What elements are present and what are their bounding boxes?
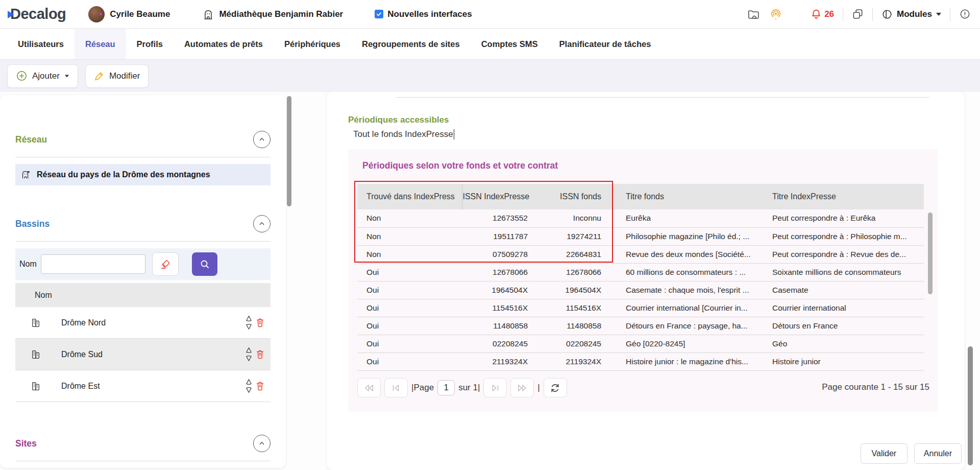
pagination-status: Page courante 1 - 15 sur 15 [822,382,929,392]
modules-label: Modules [897,9,932,19]
table-row[interactable]: Oui 02208245 02208245 Géo [0220-8245] Gé… [357,335,924,353]
sidebar-scrollbar-thumb[interactable] [287,96,291,206]
move-down-button[interactable] [245,355,253,362]
trash-icon [256,381,264,391]
table-row[interactable]: Non 12673552 Inconnu Eurêka Peut corresp… [357,209,924,227]
cell-titre-fonds: Eurêka [612,209,763,227]
collapse-reseau-button[interactable] [253,131,271,148]
notifications-count: 26 [824,9,834,19]
cell-titre-fonds: Histoire junior : le magazine d'his... [612,353,763,370]
table-row[interactable]: Non 07509278 22664831 Revue des deux mon… [357,245,924,263]
network-item[interactable]: Réseau du pays de la Drôme des montagnes [15,164,271,185]
pagination-bar: |Page sur 1| | [357,378,567,397]
app-logo: Decalog [7,6,66,22]
overlapping-windows-icon[interactable] [852,8,864,20]
table-header-row: Trouvé dans IndexPress ISSN IndexPresse … [357,184,924,209]
bassins-clear-button[interactable] [152,252,179,276]
user-chip[interactable]: Cyrile Beaume [88,6,170,22]
first-page-button[interactable] [357,378,381,397]
collapse-sites-button[interactable] [253,435,271,452]
move-up-button[interactable] [245,347,253,354]
table-row[interactable]: Oui 12678066 12678066 60 millions de con… [357,263,924,281]
column-header-issn-fonds[interactable]: ISSN fonds [531,184,612,209]
cell-titre-indexpresse: Peut correspondre à : Philosophie m... [763,227,924,245]
cell-titre-fonds: Revue des deux mondes [Société... [612,245,763,263]
avatar [88,6,105,22]
modify-button[interactable]: Modifier [85,64,149,88]
search-icon [199,258,210,270]
table-row[interactable]: Oui 11480858 11480858 Détours en France … [357,317,924,335]
next-page-button[interactable] [483,378,507,397]
cell-trouve: Oui [357,317,462,335]
accessible-periodicals-field[interactable]: Tout le fonds IndexPresse [353,129,454,139]
tab-peripheriques[interactable]: Périphériques [274,29,351,59]
tab-planificateur-de-taches[interactable]: Planificateur de tâches [549,29,662,59]
page-number-input[interactable] [437,380,455,395]
notifications-button[interactable]: 26 [811,9,834,20]
cell-titre-indexpresse: Détours en France [763,317,924,335]
delete-button[interactable] [256,318,264,327]
column-header-titre-indexpresse[interactable]: Titre IndexPresse [763,184,924,209]
collapse-bassins-button[interactable] [253,215,271,232]
column-header-trouve[interactable]: Trouvé dans IndexPress [357,184,462,209]
chevron-down-icon [936,13,941,16]
move-down-button[interactable] [245,387,253,393]
top-header: Decalog Cyrile Beaume Médiathèque Benjam… [0,0,980,29]
last-page-button[interactable] [510,378,534,397]
reseau-section-title: Réseau [15,134,47,145]
library-chip[interactable]: Médiathèque Benjamin Rabier [203,9,343,20]
bassins-search-button[interactable] [192,252,217,276]
table-row[interactable]: Oui 1964504X 1964504X Casemate : chaque … [357,281,924,299]
page-scrollbar-thumb[interactable] [968,346,973,465]
form-footer: Valider Annuler [861,443,962,464]
table-scrollbar-thumb[interactable] [928,213,933,294]
cell-titre-fonds: Philosophie magazine [Philo éd.; ... [612,227,763,245]
sort-controls [245,315,253,330]
move-up-button[interactable] [245,315,253,322]
bassin-row-drome-nord[interactable]: Drôme Nord [15,307,271,339]
modules-menu[interactable]: Modules [881,9,941,20]
move-down-button[interactable] [245,323,253,330]
broadcast-icon[interactable] [770,8,782,20]
info-icon[interactable] [959,8,971,20]
new-interfaces-label: Nouvelles interfaces [387,9,472,19]
cell-titre-indexpresse: Casemate [763,281,924,299]
table-row[interactable]: Oui 1154516X 1154516X Courrier internati… [357,299,924,317]
new-interfaces-toggle[interactable]: Nouvelles interfaces [375,9,472,19]
cell-issn-fonds: 2119324X [531,353,612,370]
accessible-periodicals-value: Tout le fonds IndexPresse [353,129,453,139]
bassin-row-drome-est[interactable]: Drôme Est [15,370,271,402]
bassin-row-drome-sud[interactable]: Drôme Sud [15,339,271,370]
tab-profils[interactable]: Profils [126,29,174,59]
refresh-button[interactable] [544,378,567,397]
bassins-section-title: Bassins [15,219,50,229]
validate-button[interactable]: Valider [861,443,908,464]
sites-section-header: Sites [15,435,271,452]
tab-utilisateurs[interactable]: Utilisateurs [7,29,75,59]
network-item-label: Réseau du pays de la Drôme des montagnes [37,170,210,179]
bassin-row-label: Drôme Sud [61,350,103,359]
bell-icon [811,9,822,20]
tab-automates-de-prets[interactable]: Automates de prêts [174,29,274,59]
folder-cloud-icon[interactable] [747,8,760,20]
reseau-section-header: Réseau [15,131,271,148]
delete-button[interactable] [256,381,264,391]
cell-issn-fonds: 1964504X [531,281,612,299]
tab-reseau[interactable]: Réseau [75,29,126,59]
cell-issn-indexpresse: 12673552 [462,209,531,227]
table-row[interactable]: Oui 2119324X 2119324X Histoire junior : … [357,353,924,370]
checkbox-checked-icon[interactable] [375,10,383,18]
previous-page-button[interactable] [384,378,408,397]
column-header-issn-indexpresse[interactable]: ISSN IndexPresse [462,184,531,209]
move-up-button[interactable] [245,379,253,385]
bassins-name-input[interactable] [41,254,145,274]
table-row[interactable]: Non 19511787 19274211 Philosophie magazi… [357,227,924,245]
delete-button[interactable] [256,349,264,359]
tab-regroupements-de-sites[interactable]: Regroupements de sites [351,29,471,59]
cancel-button[interactable]: Annuler [914,443,962,464]
tab-comptes-sms[interactable]: Comptes SMS [471,29,549,59]
cell-issn-indexpresse: 1964504X [462,281,531,299]
add-button[interactable]: Ajouter [7,64,78,88]
cell-trouve: Oui [357,335,462,353]
column-header-titre-fonds[interactable]: Titre fonds [612,184,763,209]
